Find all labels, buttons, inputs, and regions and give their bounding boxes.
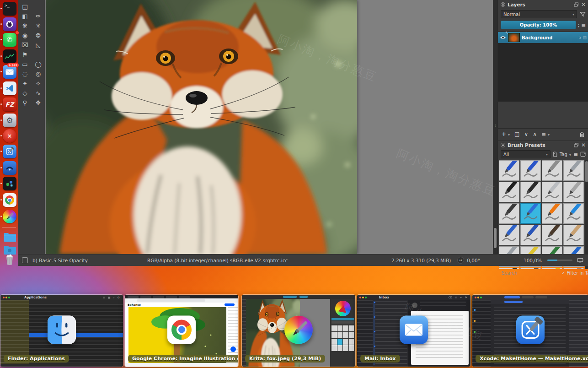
- layer-properties-button[interactable]: ≡▾: [541, 131, 550, 137]
- ellipse-select-tool-icon[interactable]: ◯: [32, 60, 45, 69]
- fill-tool-icon[interactable]: ◉: [18, 31, 32, 40]
- pattern-tool-icon[interactable]: ❋: [18, 21, 32, 31]
- brush-preset-tile[interactable]: [542, 182, 562, 202]
- fox-painting-canvas[interactable]: [46, 0, 357, 254]
- panel-splitter-grip[interactable]: ⋮: [494, 124, 497, 127]
- layer-visibility-eye-icon[interactable]: [500, 35, 506, 40]
- switcher-window-xcode[interactable]: Xcode: MakeItHome — MakeItHome.xcodeproj: [472, 294, 588, 367]
- dock-item-folder-1[interactable]: [3, 230, 16, 244]
- brush-preset-tile[interactable]: [563, 160, 584, 181]
- dock-item-xcode[interactable]: [3, 145, 16, 158]
- brush-preset-tile[interactable]: [499, 225, 519, 245]
- dock-item-chrome[interactable]: [3, 193, 16, 207]
- brush-preset-tile[interactable]: [499, 268, 519, 269]
- dock-item-vscode[interactable]: [3, 81, 16, 95]
- brush-preset-tile[interactable]: [542, 225, 562, 245]
- brush-editor-icon[interactable]: [22, 257, 28, 263]
- close-panel-icon[interactable]: ✕: [581, 142, 586, 148]
- enclose-fill-tool-icon[interactable]: ❂: [32, 31, 45, 40]
- brush-preset-tile[interactable]: [499, 203, 519, 224]
- dock-item-colorful-shapes-app[interactable]: [3, 177, 16, 190]
- layer-options-menu-icon[interactable]: ≡: [581, 22, 586, 28]
- delete-layer-trash-icon[interactable]: [579, 131, 585, 137]
- filter-funnel-icon[interactable]: [580, 11, 586, 17]
- dock-item-mail[interactable]: 9.997: [3, 65, 16, 79]
- reference-images-tool-icon[interactable]: ⚑: [18, 50, 32, 60]
- canvas-rotation-icon[interactable]: ↔: [457, 257, 464, 264]
- brush-preset-tile[interactable]: [499, 160, 519, 181]
- switcher-window-chrome[interactable]: Behance Google Chrome: Imagine Illustrat…: [124, 294, 239, 367]
- bezier-select-tool-icon[interactable]: ✧: [32, 79, 45, 88]
- switcher-window-krita[interactable]: Krita: fox.jpeg (29,3 MiB): [241, 294, 356, 367]
- preset-filter-dropdown[interactable]: All▾: [501, 150, 551, 158]
- canvas-vertical-scrollbar[interactable]: ⋮: [493, 0, 497, 254]
- brush-preset-tile[interactable]: [563, 182, 584, 202]
- dock-item-github-desktop[interactable]: [3, 17, 16, 31]
- move-layer-up-button[interactable]: ∧: [533, 131, 537, 137]
- preset-search-input[interactable]: [501, 270, 560, 276]
- panel-lock-icon[interactable]: [501, 143, 505, 147]
- zoom-tool-icon[interactable]: ⚲: [18, 98, 32, 108]
- import-resource-icon[interactable]: [580, 152, 586, 157]
- layer-row-background[interactable]: ↖ Background α▨: [498, 32, 588, 43]
- dock-item-filezilla[interactable]: FZ: [3, 97, 16, 111]
- dock-item-blue-utility-app[interactable]: [3, 161, 16, 175]
- fit-screen-monitor-icon[interactable]: [577, 258, 583, 263]
- lasso-select-tool-icon[interactable]: ◌: [18, 69, 32, 79]
- brush-preset-tile[interactable]: [563, 225, 584, 245]
- panel-lock-icon[interactable]: [501, 2, 505, 7]
- color-sampler-tool-icon[interactable]: ✑: [32, 11, 45, 21]
- dock-item-stats-monitor[interactable]: [3, 49, 16, 63]
- layer-alpha-icon[interactable]: α: [579, 35, 582, 40]
- brush-preset-tile[interactable]: [542, 203, 562, 224]
- scrollbar-thumb[interactable]: [585, 161, 588, 182]
- polygon-select-tool-icon[interactable]: ◇: [18, 88, 32, 98]
- move-layer-down-button[interactable]: ∨: [524, 131, 528, 137]
- multibrush-tool-icon[interactable]: ✳: [32, 21, 45, 31]
- dock-item-red-x-app[interactable]: ✕: [3, 129, 16, 143]
- blend-mode-dropdown[interactable]: Normal▾: [501, 10, 577, 18]
- switcher-window-mail[interactable]: Inbox⌫ ✉ ↩ ⚑ Mail: Inbox: [357, 294, 471, 367]
- canvas-angle[interactable]: 0,00°: [467, 258, 480, 263]
- brush-preset-tile[interactable]: [542, 268, 562, 269]
- brush-preset-tile[interactable]: [520, 203, 541, 224]
- transform-tool-icon[interactable]: ⌧: [18, 40, 32, 50]
- dock-item-krita[interactable]: [3, 210, 16, 223]
- rect-select-tool-icon[interactable]: ▭: [18, 60, 32, 69]
- filter-in-tag-checkbox[interactable]: ✓ Filter in Tag: [561, 271, 588, 276]
- dock-item-terminal[interactable]: >_: [3, 2, 16, 16]
- current-brush-name[interactable]: b) Basic-5 Size Opacity: [32, 258, 88, 263]
- gradient-tool-icon[interactable]: ◧: [18, 11, 32, 21]
- zoom-percent[interactable]: 100,0%: [524, 258, 542, 263]
- similar-select-tool-icon[interactable]: ◎: [32, 69, 45, 79]
- preset-view-menu-icon[interactable]: ≡: [573, 151, 578, 157]
- brush-preset-tile[interactable]: [499, 182, 519, 202]
- brush-preset-tile[interactable]: [520, 268, 541, 269]
- magnetic-select-tool-icon[interactable]: ∿: [32, 88, 45, 98]
- canvas-area[interactable]: [45, 0, 493, 254]
- switcher-window-finder[interactable]: Applications≡ ▦ ⌕ ⚙ Finder: Applications: [0, 294, 123, 367]
- tag-selector[interactable]: Tag▾: [560, 152, 571, 157]
- float-panel-icon[interactable]: [574, 143, 579, 147]
- pan-tool-icon[interactable]: ✥: [32, 98, 45, 108]
- duplicate-layer-button[interactable]: ◫: [514, 131, 519, 137]
- opacity-spinner[interactable]: ▴▾: [578, 23, 579, 27]
- crop-tool-icon[interactable]: ◱: [18, 2, 32, 11]
- brush-preset-tile[interactable]: [520, 160, 541, 181]
- float-panel-icon[interactable]: [574, 2, 579, 7]
- measure-tool-icon[interactable]: ◺: [32, 40, 45, 50]
- dock-item-system-settings[interactable]: ⚙: [3, 114, 16, 127]
- close-panel-icon[interactable]: ✕: [581, 1, 586, 8]
- brush-preset-tile[interactable]: [520, 182, 541, 202]
- opacity-slider[interactable]: Opacity: 100%: [501, 21, 576, 29]
- layer-lock-icon[interactable]: ▨: [583, 35, 587, 40]
- brush-preset-tile[interactable]: [563, 268, 584, 269]
- zoom-slider[interactable]: [547, 260, 572, 261]
- scrollbar-thumb[interactable]: [494, 228, 497, 248]
- brush-preset-tile[interactable]: [520, 225, 541, 245]
- brush-preset-tile[interactable]: [542, 160, 562, 181]
- preset-scrollbar[interactable]: [585, 160, 588, 269]
- add-layer-button[interactable]: +▾: [502, 131, 510, 137]
- wand-select-tool-icon[interactable]: ✦: [18, 79, 32, 88]
- brush-preset-tile[interactable]: [563, 203, 584, 224]
